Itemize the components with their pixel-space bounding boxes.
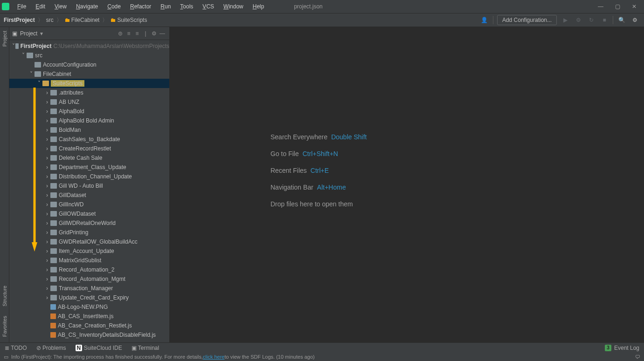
problems-tab[interactable]: ⊘ Problems — [36, 345, 66, 351]
tree-twisty-icon[interactable]: › — [44, 99, 50, 105]
breadcrumb-item[interactable]: FirstProject — [4, 17, 35, 23]
tree-row[interactable]: AB-Logo-NEW.PNG — [9, 302, 169, 312]
chevron-down-icon[interactable]: ▾ — [40, 30, 43, 37]
tree-twisty-icon[interactable]: › — [44, 211, 50, 217]
tree-row[interactable]: ›CashSales_to_Backdate — [9, 135, 169, 144]
tree-twisty-icon[interactable]: › — [44, 173, 50, 180]
close-button[interactable]: ✕ — [631, 3, 637, 10]
minimize-panel-icon[interactable]: — — [158, 30, 166, 37]
maximize-button[interactable]: ▢ — [614, 3, 621, 10]
minimize-button[interactable]: — — [597, 3, 604, 10]
tree-row[interactable]: ›AlphaBold Bold Admin — [9, 116, 169, 125]
menu-help[interactable]: Help — [249, 0, 269, 14]
tree-row[interactable]: AccountConfiguration — [9, 60, 169, 69]
tree-row[interactable]: ›Update_Credit_Card_Expiry — [9, 293, 169, 302]
status-link[interactable]: click here — [203, 354, 224, 360]
tree-row[interactable]: ›.attributes — [9, 88, 169, 97]
project-tool-tab[interactable]: Project — [2, 29, 7, 48]
menu-edit[interactable]: Edit — [31, 0, 49, 14]
debug-icon[interactable]: ⚙ — [574, 15, 583, 25]
tree-row[interactable]: ›GillDataset — [9, 191, 169, 200]
eventlog-tab[interactable]: Event Log — [614, 345, 639, 351]
tree-row[interactable]: AB_Case_Creation_Restlet.js — [9, 321, 169, 330]
tree-row[interactable]: ›GillIncWD — [9, 200, 169, 209]
expand-all-icon[interactable]: ≡ — [125, 30, 133, 37]
tree-twisty-icon[interactable]: › — [44, 145, 50, 152]
tree-twisty-icon[interactable]: › — [44, 127, 50, 133]
tree-twisty-icon[interactable]: › — [44, 266, 50, 273]
tree-row[interactable]: ›MatrixGridSublist — [9, 256, 169, 265]
tree-row[interactable]: ›Distribution_Channel_Update — [9, 172, 169, 181]
structure-tool-tab[interactable]: Structure — [2, 284, 7, 308]
search-icon[interactable]: 🔍 — [617, 15, 626, 25]
user-icon[interactable]: 👤 — [480, 15, 489, 25]
coverage-icon[interactable]: ↻ — [587, 15, 596, 25]
tree-row[interactable]: ›AB UNZ — [9, 97, 169, 107]
breadcrumb-item[interactable]: 🖿FileCabinet — [65, 17, 100, 23]
tree-twisty-icon[interactable]: › — [44, 108, 50, 115]
tree-twisty-icon[interactable]: › — [44, 201, 50, 208]
tree-row[interactable]: ›Transaction_Manager — [9, 284, 169, 293]
tree-row[interactable]: ˅SuiteScripts — [9, 79, 169, 88]
run-icon[interactable]: ▶ — [561, 15, 570, 25]
menu-refactor[interactable]: Refactor — [126, 0, 155, 14]
menu-vcs[interactable]: VCS — [198, 0, 218, 14]
breadcrumb[interactable]: FirstProject 〉 src 〉 🖿FileCabinet 〉 🖿Sui… — [0, 16, 147, 24]
tree-row[interactable]: ›Record_Automation_2 — [9, 265, 169, 274]
menu-window[interactable]: Window — [219, 0, 248, 14]
status-right-icon[interactable]: 🗩 — [635, 354, 640, 360]
tree-twisty-icon[interactable]: ˅ — [28, 71, 35, 77]
project-tree[interactable]: ˅FirstProjectC:\Users\MuhammadArslan\Web… — [9, 40, 169, 342]
menu-tools[interactable]: Tools — [176, 0, 197, 14]
tree-twisty-icon[interactable]: › — [44, 248, 50, 254]
favorites-tool-tab[interactable]: Favorites — [2, 314, 7, 339]
gear-icon[interactable]: ⚙ — [630, 15, 639, 25]
tree-row[interactable]: ›GillOWDataset — [9, 209, 169, 218]
tree-row[interactable]: ›CreateRecordRestlet — [9, 144, 169, 153]
tree-twisty-icon[interactable]: › — [44, 229, 50, 236]
menu-run[interactable]: Run — [156, 0, 175, 14]
tree-row[interactable]: ›Gill WD - Auto Bill — [9, 181, 169, 191]
target-icon[interactable]: ⊚ — [116, 30, 125, 37]
status-icon[interactable]: ▭ — [4, 354, 8, 360]
tree-row[interactable]: ›Delete Cash Sale — [9, 153, 169, 163]
terminal-tab[interactable]: ▣ Terminal — [132, 345, 159, 351]
tree-twisty-icon[interactable]: › — [44, 117, 50, 124]
panel-title[interactable]: Project — [20, 30, 37, 37]
tree-twisty-icon[interactable]: › — [44, 220, 50, 226]
stop-icon[interactable]: ■ — [600, 15, 609, 25]
add-configuration-button[interactable]: Add Configuration... — [497, 15, 557, 25]
todo-tab[interactable]: ≣ TODO — [5, 345, 27, 351]
tree-row[interactable]: AB_CAS_InsertItem.js — [9, 312, 169, 321]
tree-twisty-icon[interactable]: › — [44, 183, 50, 189]
breadcrumb-item[interactable]: src — [46, 17, 54, 23]
tree-row[interactable]: ›GridPrinting — [9, 228, 169, 237]
tree-twisty-icon[interactable]: › — [44, 294, 50, 301]
tree-twisty-icon[interactable]: › — [44, 164, 50, 170]
tree-row[interactable]: ˅FileCabinet — [9, 69, 169, 79]
menu-file[interactable]: File — [13, 0, 30, 14]
tree-twisty-icon[interactable]: ˅ — [36, 80, 42, 87]
menu-navigate[interactable]: Navigate — [72, 0, 102, 14]
tree-row[interactable]: ›Record_Automation_Mgmt — [9, 274, 169, 284]
gear-icon[interactable]: ⚙ — [150, 30, 158, 37]
tree-row[interactable]: ˅FirstProjectC:\Users\MuhammadArslan\Web… — [9, 41, 169, 51]
tree-row[interactable]: ˅src — [9, 51, 169, 60]
suitecloud-tab[interactable]: N SuiteCloud IDE — [76, 345, 122, 351]
tree-row[interactable]: ›Item_Account_Update — [9, 246, 169, 256]
tree-row[interactable]: ›Department_Class_Update — [9, 163, 169, 172]
breadcrumb-item[interactable]: 🖿SuiteScripts — [111, 17, 147, 23]
tree-twisty-icon[interactable]: › — [44, 192, 50, 198]
tree-twisty-icon[interactable]: › — [44, 136, 50, 143]
tree-twisty-icon[interactable]: › — [44, 238, 50, 245]
tree-row[interactable]: ›GWDRetailOW_GlobalBuildAcc — [9, 237, 169, 246]
menu-view[interactable]: View — [50, 0, 71, 14]
tree-twisty-icon[interactable]: › — [44, 276, 50, 282]
collapse-all-icon[interactable]: ≡ — [133, 30, 141, 37]
menu-code[interactable]: Code — [103, 0, 125, 14]
tree-row[interactable]: ›AlphaBold — [9, 107, 169, 116]
tree-twisty-icon[interactable]: ˅ — [12, 43, 15, 49]
tree-twisty-icon[interactable]: ˅ — [20, 52, 27, 59]
tree-twisty-icon[interactable]: › — [44, 89, 50, 96]
tree-twisty-icon[interactable]: › — [44, 155, 50, 161]
